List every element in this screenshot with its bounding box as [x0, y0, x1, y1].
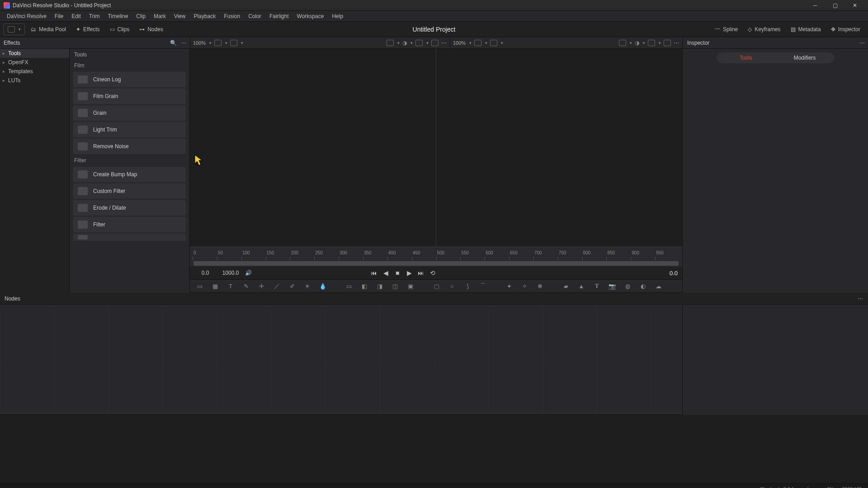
menu-app[interactable]: DaVinci Resolve	[3, 13, 51, 19]
menu-clip[interactable]: Clip	[132, 13, 150, 19]
search-icon[interactable]: 🔍	[170, 40, 177, 46]
viewer1-safe-icon[interactable]	[431, 40, 439, 46]
menu-fusion[interactable]: Fusion	[220, 13, 244, 19]
minimize-button[interactable]: ─	[806, 1, 825, 10]
particle-merge-icon[interactable]: ❋	[535, 282, 544, 290]
viewer2-layout-icon[interactable]	[490, 40, 497, 46]
menu-playback[interactable]: Playback	[189, 13, 220, 19]
step-back-button[interactable]: ◀	[382, 269, 390, 277]
viewer2-safe-icon[interactable]	[664, 40, 671, 46]
viewer2-grid-icon[interactable]	[648, 40, 655, 46]
time-scrollbar[interactable]	[193, 261, 679, 266]
fx-light-trim[interactable]: Light Trim	[73, 122, 186, 137]
matte-tool-icon[interactable]: ◧	[360, 282, 369, 290]
crop-tool-icon[interactable]: ▣	[406, 282, 415, 290]
layout-dropdown[interactable]: ▾	[4, 23, 25, 35]
ellipse-mask-icon[interactable]: ○	[448, 282, 457, 290]
spline-toggle[interactable]: 〰Spline	[711, 23, 742, 35]
menu-trim[interactable]: Trim	[85, 13, 104, 19]
menu-color[interactable]: Color	[244, 13, 265, 19]
merge-3d-icon[interactable]: ◍	[623, 282, 632, 290]
current-time[interactable]: 0.0	[670, 270, 678, 277]
light-3d-icon[interactable]: ◐	[638, 282, 647, 290]
close-button[interactable]: ✕	[845, 1, 864, 10]
effects-toggle[interactable]: ✦Effects	[72, 23, 104, 35]
viewer1-grid-icon[interactable]	[415, 40, 423, 46]
fx-filter[interactable]: Filter	[73, 217, 186, 232]
tree-item-tools[interactable]: ▸Tools	[0, 49, 69, 58]
renderer-3d-icon[interactable]: ☁	[654, 282, 663, 290]
menu-file[interactable]: File	[51, 13, 67, 19]
transform-tool-icon[interactable]: ◨	[375, 282, 384, 290]
fastnoise-tool-icon[interactable]: ▦	[211, 282, 220, 290]
fx-partial-item[interactable]	[73, 234, 186, 241]
effects-options-icon[interactable]: ⋯	[181, 40, 187, 46]
tree-item-templates[interactable]: ▸Templates	[0, 67, 69, 76]
menu-workspace[interactable]: Workspace	[293, 13, 328, 19]
maximize-button[interactable]: ▢	[826, 1, 844, 10]
shape-3d-icon[interactable]: ▲	[577, 282, 586, 290]
viewer1-color-icon[interactable]: ◑	[402, 40, 407, 46]
particle-emitter-icon[interactable]: ✦	[505, 282, 514, 290]
fx-erode-dilate[interactable]: Erode / Dilate	[73, 200, 186, 216]
nodes-options-icon[interactable]: ⋯	[858, 296, 863, 302]
background-tool-icon[interactable]: ▭	[195, 282, 204, 290]
fx-create-bump-map[interactable]: Create Bump Map	[73, 167, 186, 182]
media-pool-toggle[interactable]: 🗂Media Pool	[27, 23, 70, 35]
bspline-mask-icon[interactable]: ⌒	[478, 282, 487, 290]
pencil-tool-icon[interactable]: ✐	[288, 282, 297, 290]
viewer2-fit-icon[interactable]	[474, 40, 481, 46]
viewer2-color-icon[interactable]: ◑	[635, 40, 639, 46]
paint-tool-icon[interactable]: ✎	[241, 282, 250, 290]
viewer1-layout-icon[interactable]	[230, 40, 237, 46]
brightness-tool-icon[interactable]: ☀	[303, 282, 312, 290]
tree-item-openfx[interactable]: ▸OpenFX	[0, 58, 69, 67]
time-ruler[interactable]: 0501001502002503003504004505005506006507…	[190, 247, 682, 260]
text-tool-icon[interactable]: T	[226, 282, 235, 290]
rectangle-mask-icon[interactable]: ▢	[432, 282, 441, 290]
last-frame-button[interactable]: ⏭	[417, 269, 425, 277]
inspector-options-icon[interactable]: ⋯	[859, 40, 865, 46]
loop-button[interactable]: ⟲	[429, 269, 437, 277]
fx-remove-noise[interactable]: Remove Noise	[73, 139, 186, 154]
stop-button[interactable]: ■	[393, 269, 401, 277]
first-frame-button[interactable]: ⏮	[370, 269, 378, 277]
viewer-left[interactable]	[190, 49, 436, 247]
fx-grain[interactable]: Grain	[73, 105, 186, 121]
in-point[interactable]: 0.0	[194, 270, 216, 276]
brush-tool-icon[interactable]: ／	[272, 282, 281, 290]
menu-edit[interactable]: Edit	[67, 13, 85, 19]
blur-tool-icon[interactable]: 💧	[318, 282, 327, 290]
text-3d-icon[interactable]: 𝐓	[592, 282, 601, 290]
menu-mark[interactable]: Mark	[150, 13, 170, 19]
viewer-right[interactable]	[436, 49, 682, 247]
nodes-graph[interactable]	[0, 305, 683, 415]
menu-timeline[interactable]: Timeline	[104, 13, 132, 19]
merge-tool-icon[interactable]: ▭	[344, 282, 354, 290]
viewer1-split-icon[interactable]	[387, 40, 394, 46]
inspector-toggle[interactable]: ✥Inspector	[827, 23, 864, 35]
audio-icon[interactable]: 🔊	[245, 270, 252, 276]
fx-custom-filter[interactable]: Custom Filter	[73, 183, 186, 199]
polygon-mask-icon[interactable]: ⟆	[463, 282, 472, 290]
clips-toggle[interactable]: ▭Clips	[106, 23, 134, 35]
viewer1-fit-icon[interactable]	[214, 40, 222, 46]
play-button[interactable]: ▶	[405, 269, 413, 277]
viewer2-zoom[interactable]: 100%	[453, 40, 466, 46]
viewer1-options-icon[interactable]: ⋯	[441, 40, 447, 46]
tree-item-luts[interactable]: ▸LUTs	[0, 76, 69, 85]
fx-film-grain[interactable]: Film Grain	[73, 89, 186, 104]
image-plane-3d-icon[interactable]: ▰	[561, 282, 571, 290]
nodes-toggle[interactable]: ⊶Nodes	[135, 23, 167, 35]
metadata-toggle[interactable]: ▤Metadata	[787, 23, 825, 35]
camera-3d-icon[interactable]: 📷	[608, 282, 617, 290]
viewer2-options-icon[interactable]: ⋯	[674, 40, 679, 46]
resize-tool-icon[interactable]: ◫	[391, 282, 400, 290]
keyframes-toggle[interactable]: ◇Keyframes	[744, 23, 784, 35]
viewer1-zoom[interactable]: 100%	[193, 40, 206, 46]
fx-cineon-log[interactable]: Cineon Log	[73, 72, 186, 87]
menu-fairlight[interactable]: Fairlight	[265, 13, 293, 19]
inspector-tab-tools[interactable]: Tools	[717, 52, 775, 63]
viewer2-split-icon[interactable]	[619, 40, 626, 46]
particle-render-icon[interactable]: ✧	[520, 282, 529, 290]
